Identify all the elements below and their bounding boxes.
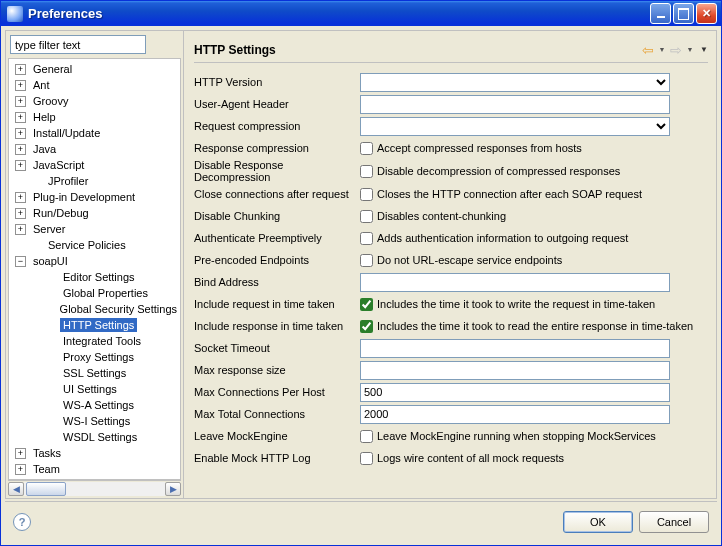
tree-item[interactable]: WSDL Settings bbox=[11, 429, 180, 445]
setting-row: Include response in time takenIncludes t… bbox=[194, 315, 708, 337]
text-input[interactable] bbox=[360, 339, 670, 358]
setting-label: HTTP Version bbox=[194, 76, 360, 88]
checkbox-input[interactable] bbox=[360, 142, 373, 155]
minimize-button[interactable] bbox=[650, 3, 671, 24]
tree-item[interactable]: +Run/Debug bbox=[11, 205, 180, 221]
checkbox-input[interactable] bbox=[360, 188, 373, 201]
text-input[interactable] bbox=[360, 383, 670, 402]
tree-scroll[interactable]: +General+Ant+Groovy+Help+Install/Update+… bbox=[8, 58, 181, 480]
select-input[interactable] bbox=[360, 73, 670, 92]
tree-item-label: WSDL Settings bbox=[60, 430, 140, 444]
tree-item-label: Tasks bbox=[30, 446, 64, 460]
expander-placeholder bbox=[45, 352, 56, 363]
window-title: Preferences bbox=[28, 6, 650, 21]
tree-item[interactable]: +General bbox=[11, 61, 180, 77]
tree-item-label: Groovy bbox=[30, 94, 71, 108]
forward-dropdown-icon[interactable]: ▼ bbox=[686, 46, 694, 53]
tree-item[interactable]: +Tasks bbox=[11, 445, 180, 461]
text-input[interactable] bbox=[360, 405, 670, 424]
expand-icon[interactable]: + bbox=[15, 160, 26, 171]
titlebar[interactable]: Preferences bbox=[1, 1, 721, 26]
expand-icon[interactable]: + bbox=[15, 208, 26, 219]
tree-item[interactable]: UI Settings bbox=[11, 381, 180, 397]
tree-item[interactable]: Global Properties bbox=[11, 285, 180, 301]
setting-row: Authenticate PreemptivelyAdds authentica… bbox=[194, 227, 708, 249]
close-button[interactable] bbox=[696, 3, 717, 24]
view-menu-icon[interactable]: ▼ bbox=[700, 45, 708, 54]
tree-item[interactable]: JProfiler bbox=[11, 173, 180, 189]
setting-row: Close connections after requestCloses th… bbox=[194, 183, 708, 205]
expand-icon[interactable]: + bbox=[15, 64, 26, 75]
tree-item[interactable]: Proxy Settings bbox=[11, 349, 180, 365]
tree-item[interactable]: +Team bbox=[11, 461, 180, 477]
setting-control bbox=[360, 405, 708, 424]
main-split: +General+Ant+Groovy+Help+Install/Update+… bbox=[5, 30, 717, 499]
tree-item[interactable]: HTTP Settings bbox=[11, 317, 180, 333]
nav-arrows: ⇦ ▼ ⇨ ▼ ▼ bbox=[640, 42, 708, 58]
tree-item[interactable]: +Plug-in Development bbox=[11, 189, 180, 205]
back-dropdown-icon[interactable]: ▼ bbox=[658, 46, 666, 53]
tree-item[interactable]: Integrated Tools bbox=[11, 333, 180, 349]
tree-item[interactable]: +Groovy bbox=[11, 93, 180, 109]
text-input[interactable] bbox=[360, 273, 670, 292]
expand-icon[interactable]: + bbox=[15, 80, 26, 91]
cancel-button[interactable]: Cancel bbox=[639, 511, 709, 533]
checkbox-input[interactable] bbox=[360, 320, 373, 333]
tree-item[interactable]: +Install/Update bbox=[11, 125, 180, 141]
tree-item[interactable]: Editor Settings bbox=[11, 269, 180, 285]
checkbox-input[interactable] bbox=[360, 232, 373, 245]
help-icon[interactable]: ? bbox=[13, 513, 31, 531]
tree-item[interactable]: Global Security Settings bbox=[11, 301, 180, 317]
setting-label: User-Agent Header bbox=[194, 98, 360, 110]
tree-item[interactable]: +Help bbox=[11, 109, 180, 125]
expand-icon[interactable]: + bbox=[15, 128, 26, 139]
setting-label: Disable Chunking bbox=[194, 210, 360, 222]
checkbox-input[interactable] bbox=[360, 210, 373, 223]
tree-item[interactable]: +Ant bbox=[11, 77, 180, 93]
tree-item[interactable]: WS-A Settings bbox=[11, 397, 180, 413]
tree-item[interactable]: +Java bbox=[11, 141, 180, 157]
expand-icon[interactable]: + bbox=[15, 112, 26, 123]
scroll-right-icon[interactable]: ▶ bbox=[165, 482, 181, 496]
tree-item-label: Ant bbox=[30, 78, 53, 92]
expand-icon[interactable]: + bbox=[15, 464, 26, 475]
horizontal-scrollbar[interactable]: ◀ ▶ bbox=[8, 480, 181, 496]
text-input[interactable] bbox=[360, 361, 670, 380]
expander-placeholder bbox=[45, 368, 56, 379]
ok-button[interactable]: OK bbox=[563, 511, 633, 533]
select-input[interactable] bbox=[360, 117, 670, 136]
scroll-left-icon[interactable]: ◀ bbox=[8, 482, 24, 496]
tree-item[interactable]: −soapUI bbox=[11, 253, 180, 269]
expander-placeholder bbox=[45, 272, 56, 283]
expand-icon[interactable]: + bbox=[15, 448, 26, 459]
tree-item-label: UI Settings bbox=[60, 382, 120, 396]
checkbox-input[interactable] bbox=[360, 165, 373, 178]
checkbox-description: Disables content-chunking bbox=[377, 210, 506, 222]
tree-item-label: Help bbox=[30, 110, 59, 124]
scrollbar-thumb[interactable] bbox=[26, 482, 66, 496]
checkbox-input[interactable] bbox=[360, 452, 373, 465]
expander-placeholder bbox=[30, 240, 41, 251]
tree-item[interactable]: SSL Settings bbox=[11, 365, 180, 381]
tree-item[interactable]: WS-I Settings bbox=[11, 413, 180, 429]
expand-icon[interactable]: + bbox=[15, 224, 26, 235]
forward-arrow-icon[interactable]: ⇨ bbox=[668, 42, 684, 58]
filter-input[interactable] bbox=[10, 35, 146, 54]
setting-row: Max response size bbox=[194, 359, 708, 381]
expand-icon[interactable]: + bbox=[15, 192, 26, 203]
setting-label: Enable Mock HTTP Log bbox=[194, 452, 360, 464]
tree-item-label: General bbox=[30, 62, 75, 76]
expand-icon[interactable]: + bbox=[15, 144, 26, 155]
tree-item[interactable]: Service Policies bbox=[11, 237, 180, 253]
collapse-icon[interactable]: − bbox=[15, 256, 26, 267]
checkbox-input[interactable] bbox=[360, 254, 373, 267]
tree-item[interactable]: +JavaScript bbox=[11, 157, 180, 173]
tree-item[interactable]: +Server bbox=[11, 221, 180, 237]
text-input[interactable] bbox=[360, 95, 670, 114]
checkbox-input[interactable] bbox=[360, 430, 373, 443]
back-arrow-icon[interactable]: ⇦ bbox=[640, 42, 656, 58]
maximize-button[interactable] bbox=[673, 3, 694, 24]
checkbox-input[interactable] bbox=[360, 298, 373, 311]
tree-item-label: WS-I Settings bbox=[60, 414, 133, 428]
expand-icon[interactable]: + bbox=[15, 96, 26, 107]
